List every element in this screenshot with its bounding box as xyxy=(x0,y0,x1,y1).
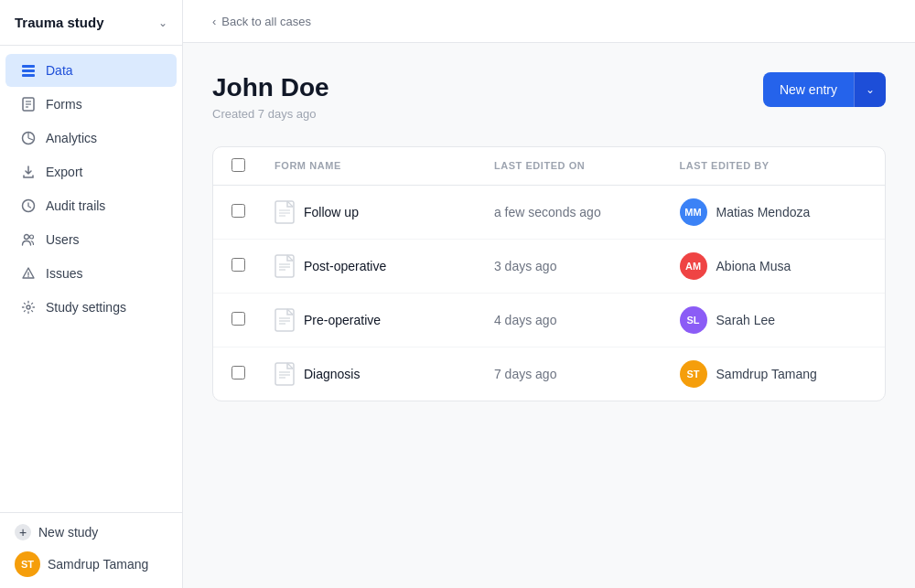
document-icon xyxy=(274,362,295,386)
user-name: Samdrup Tamang xyxy=(48,557,148,572)
form-name-text: Post-operative xyxy=(304,259,386,273)
row-edited-on: 3 days ago xyxy=(479,239,665,293)
row-edited-on: 4 days ago xyxy=(479,293,665,347)
sidebar-item-data[interactable]: Data xyxy=(5,54,177,87)
row-edited-by: ST Samdrup Tamang xyxy=(665,347,885,401)
data-icon xyxy=(20,62,37,79)
header-form-name: FORM NAME xyxy=(260,147,479,186)
chevron-down-icon: ⌄ xyxy=(866,83,875,96)
user-row[interactable]: ST Samdrup Tamang xyxy=(15,551,167,577)
new-entry-dropdown-button[interactable]: ⌄ xyxy=(854,72,886,107)
svg-point-12 xyxy=(27,276,28,277)
row-edited-by: MM Matias Mendoza xyxy=(665,185,885,239)
document-icon xyxy=(274,200,295,224)
sidebar-nav: Data Forms Analytics xyxy=(0,46,182,512)
form-name-text: Diagnosis xyxy=(304,367,360,381)
sidebar-item-study-settings[interactable]: Study settings xyxy=(5,291,177,324)
svg-rect-0 xyxy=(22,65,35,68)
sidebar-item-forms[interactable]: Forms xyxy=(5,88,177,121)
sidebar: Trauma study ⌄ Data xyxy=(0,0,183,588)
form-name-text: Pre-operative xyxy=(304,313,381,327)
row-form-name[interactable]: Post-operative xyxy=(260,239,479,293)
audit-icon xyxy=(20,198,37,214)
table-row[interactable]: Diagnosis 7 days ago ST Samdrup Tamang xyxy=(213,347,885,401)
header-edited-by: LAST EDITED BY xyxy=(665,147,885,186)
forms-table-container: FORM NAME LAST EDITED ON LAST EDITED BY xyxy=(212,146,886,401)
row-avatar: AM xyxy=(680,252,707,280)
sidebar-item-settings-label: Study settings xyxy=(46,300,126,315)
sidebar-footer: + New study ST Samdrup Tamang xyxy=(0,512,182,588)
page-subtitle: Created 7 days ago xyxy=(212,107,329,121)
row-form-name[interactable]: Follow up xyxy=(260,185,479,239)
issues-icon xyxy=(20,265,37,282)
document-icon xyxy=(274,308,295,332)
header-checkbox-col xyxy=(213,147,260,186)
new-study-button[interactable]: + New study xyxy=(15,524,167,540)
editor-name: Matias Mendoza xyxy=(716,205,811,219)
editor-name: Abiona Musa xyxy=(716,259,791,273)
back-to-cases-link[interactable]: ‹ Back to all cases xyxy=(212,15,311,28)
forms-table: FORM NAME LAST EDITED ON LAST EDITED BY xyxy=(213,147,885,401)
content-area: John Doe Created 7 days ago New entry ⌄ … xyxy=(183,43,915,588)
row-edited-on: 7 days ago xyxy=(479,347,665,401)
row-checkbox[interactable] xyxy=(231,366,245,380)
study-name: Trauma study xyxy=(15,15,104,30)
row-form-name[interactable]: Diagnosis xyxy=(260,347,479,401)
table-row[interactable]: Post-operative 3 days ago AM Abiona Musa xyxy=(213,239,885,293)
plus-icon: + xyxy=(15,524,31,540)
row-checkbox-cell[interactable] xyxy=(213,347,260,401)
new-entry-main-button[interactable]: New entry xyxy=(763,72,854,107)
page-title: John Doe xyxy=(212,72,329,103)
settings-icon xyxy=(20,299,37,315)
sidebar-item-data-label: Data xyxy=(46,63,73,78)
sidebar-item-analytics[interactable]: Analytics xyxy=(5,122,177,155)
sidebar-item-audit-trails[interactable]: Audit trails xyxy=(5,189,177,222)
user-avatar: ST xyxy=(15,551,40,577)
document-icon xyxy=(274,254,295,278)
row-checkbox-cell[interactable] xyxy=(213,239,260,293)
row-checkbox-cell[interactable] xyxy=(213,293,260,347)
row-checkbox[interactable] xyxy=(231,204,245,218)
svg-rect-2 xyxy=(22,74,35,77)
table-body: Follow up a few seconds ago MM Matias Me… xyxy=(213,185,885,401)
sidebar-header[interactable]: Trauma study ⌄ xyxy=(0,0,182,46)
row-avatar: SL xyxy=(680,306,707,334)
chevron-down-icon: ⌄ xyxy=(158,16,167,29)
row-edited-by: SL Sarah Lee xyxy=(665,293,885,347)
forms-icon xyxy=(20,96,37,112)
chevron-left-icon: ‹ xyxy=(212,15,216,28)
sidebar-item-export-label: Export xyxy=(46,165,82,179)
svg-point-13 xyxy=(27,305,30,309)
export-icon xyxy=(20,164,37,180)
main-content: ‹ Back to all cases John Doe Created 7 d… xyxy=(183,0,915,588)
sidebar-item-analytics-label: Analytics xyxy=(46,131,97,145)
sidebar-item-issues-label: Issues xyxy=(46,266,82,281)
row-checkbox[interactable] xyxy=(231,312,245,326)
users-icon xyxy=(20,231,37,248)
form-name-text: Follow up xyxy=(304,205,359,219)
row-checkbox[interactable] xyxy=(231,258,245,272)
sidebar-item-forms-label: Forms xyxy=(46,97,82,112)
row-edited-on: a few seconds ago xyxy=(479,185,665,239)
editor-name: Sarah Lee xyxy=(716,313,776,327)
editor-name: Samdrup Tamang xyxy=(716,367,817,381)
sidebar-item-issues[interactable]: Issues xyxy=(5,257,177,290)
row-form-name[interactable]: Pre-operative xyxy=(260,293,479,347)
sidebar-item-users-label: Users xyxy=(46,232,80,247)
breadcrumb-label: Back to all cases xyxy=(221,15,311,28)
page-header: John Doe Created 7 days ago New entry ⌄ xyxy=(212,72,886,121)
analytics-icon xyxy=(20,130,37,146)
sidebar-item-users[interactable]: Users xyxy=(5,223,177,256)
svg-rect-1 xyxy=(22,69,35,72)
page-title-block: John Doe Created 7 days ago xyxy=(212,72,329,121)
new-entry-button-group: New entry ⌄ xyxy=(763,72,886,107)
table-row[interactable]: Follow up a few seconds ago MM Matias Me… xyxy=(213,185,885,239)
svg-point-10 xyxy=(30,235,34,239)
sidebar-item-export[interactable]: Export xyxy=(5,155,177,188)
row-checkbox-cell[interactable] xyxy=(213,185,260,239)
new-study-label: New study xyxy=(38,525,98,540)
table-row[interactable]: Pre-operative 4 days ago SL Sarah Lee xyxy=(213,293,885,347)
select-all-checkbox[interactable] xyxy=(231,158,245,172)
breadcrumb-bar: ‹ Back to all cases xyxy=(183,0,915,43)
sidebar-item-audit-label: Audit trails xyxy=(46,198,105,213)
